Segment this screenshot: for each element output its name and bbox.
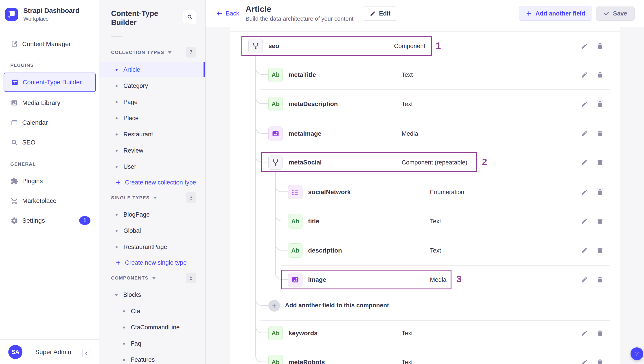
subnav-item-features[interactable]: Features bbox=[100, 352, 205, 364]
edit-label: Edit bbox=[379, 10, 390, 17]
chevron-down-icon[interactable] bbox=[152, 277, 156, 279]
trash-icon bbox=[596, 100, 604, 108]
delete-field-button[interactable] bbox=[595, 157, 605, 167]
delete-field-button[interactable] bbox=[595, 328, 605, 338]
chevron-left-icon bbox=[84, 351, 89, 356]
delete-field-button[interactable] bbox=[595, 216, 605, 226]
component-group-blocks[interactable]: Blocks bbox=[100, 287, 205, 302]
field-name: metaImage bbox=[288, 130, 321, 137]
sidebar-item-label: Marketplace bbox=[22, 197, 56, 205]
field-name: metaSocial bbox=[288, 159, 322, 166]
bullet-icon bbox=[123, 310, 125, 312]
subnav-section-collection-types[interactable]: COLLECTION TYPES bbox=[111, 47, 172, 58]
search-button[interactable] bbox=[183, 10, 197, 24]
subnav-item-global[interactable]: Global bbox=[100, 223, 205, 238]
subnav-section-single-types[interactable]: SINGLE TYPES bbox=[111, 193, 157, 203]
subnav-item-cta[interactable]: Cta bbox=[100, 304, 205, 319]
edit-field-button[interactable] bbox=[580, 129, 589, 139]
edit-field-button[interactable] bbox=[580, 99, 589, 109]
sidebar-item-content-type-builder[interactable]: Content-Type Builder bbox=[4, 73, 96, 92]
edit-field-button[interactable] bbox=[580, 187, 589, 197]
bullet-icon bbox=[116, 69, 118, 71]
bullet-icon bbox=[116, 133, 118, 135]
edit-field-button[interactable] bbox=[580, 246, 589, 255]
chevron-down-icon[interactable] bbox=[114, 294, 118, 296]
field-row-metarobots: AbmetaRobotsText bbox=[230, 347, 620, 364]
pencil-icon bbox=[581, 330, 588, 337]
subnav-item-place[interactable]: Place bbox=[100, 111, 205, 126]
field-type: Media bbox=[430, 276, 446, 283]
add-another-field-button[interactable]: Add another field bbox=[519, 7, 592, 21]
edit-field-button[interactable] bbox=[580, 70, 589, 80]
edit-field-button[interactable] bbox=[580, 157, 589, 167]
text-field-icon: Ab bbox=[268, 326, 283, 340]
field-type: Text bbox=[430, 218, 441, 225]
create-create-new-single-type-link[interactable]: Create new single type bbox=[116, 255, 187, 270]
field-type: Media bbox=[402, 130, 418, 137]
sidebar-item-media-library[interactable]: Media Library bbox=[4, 93, 96, 113]
subnav-item-category[interactable]: Category bbox=[100, 78, 205, 93]
subnav-item-review[interactable]: Review bbox=[100, 143, 205, 158]
component-field-icon bbox=[268, 155, 283, 170]
pencil-icon bbox=[581, 100, 588, 108]
edit-field-button[interactable] bbox=[580, 357, 589, 364]
delete-field-button[interactable] bbox=[595, 70, 605, 80]
save-button[interactable]: Save bbox=[596, 7, 634, 21]
subnav-item-faq[interactable]: Faq bbox=[100, 336, 205, 351]
add-field-to-component-button[interactable] bbox=[268, 300, 280, 312]
subnav-item-user[interactable]: User bbox=[100, 159, 205, 174]
delete-field-button[interactable] bbox=[595, 41, 605, 51]
edit-field-button[interactable] bbox=[580, 328, 589, 338]
field-row-title: AbtitleText bbox=[230, 207, 620, 236]
subnav-section-components[interactable]: COMPONENTS bbox=[111, 273, 156, 283]
edit-field-button[interactable] bbox=[580, 216, 589, 226]
delete-field-button[interactable] bbox=[595, 129, 605, 139]
delete-field-button[interactable] bbox=[595, 246, 605, 255]
subnav-item-restaurantpage[interactable]: RestaurantPage bbox=[100, 239, 205, 255]
sidebar-item-label: Content-Type Builder bbox=[23, 79, 82, 86]
subnav-item-label: Global bbox=[124, 227, 141, 234]
help-button[interactable]: ? bbox=[630, 347, 643, 360]
annotation-number-1: 1 bbox=[436, 41, 441, 51]
subnav-item-restaurant[interactable]: Restaurant bbox=[100, 127, 205, 142]
panel-title: Content-Type Builder bbox=[111, 9, 172, 27]
back-link[interactable]: Back bbox=[216, 10, 239, 17]
field-name: socialNetwork bbox=[308, 189, 351, 196]
field-type: Text bbox=[430, 247, 441, 254]
subnav-item-blogpage[interactable]: BlogPage bbox=[100, 207, 205, 222]
field-type: Component bbox=[394, 43, 426, 50]
trash-icon bbox=[596, 189, 604, 196]
subnav-item-page[interactable]: Page bbox=[100, 94, 205, 110]
text-field-icon: Ab bbox=[288, 243, 302, 258]
fields-card: seoComponentAbmetaTitleTextAbmetaDescrip… bbox=[230, 27, 620, 364]
subnav-item-article[interactable]: Article bbox=[100, 62, 205, 77]
media-library-icon bbox=[10, 99, 18, 107]
sidebar-item-plugins[interactable]: Plugins bbox=[4, 171, 96, 191]
field-row-socialnetwork: socialNetworkEnumeration bbox=[230, 177, 620, 207]
add-field-to-component-label[interactable]: Add another field to this component bbox=[285, 302, 389, 309]
delete-field-button[interactable] bbox=[595, 187, 605, 197]
pencil-icon bbox=[581, 43, 588, 50]
sidebar-item-marketplace[interactable]: Marketplace bbox=[4, 191, 96, 211]
delete-field-button[interactable] bbox=[595, 357, 605, 364]
delete-field-button[interactable] bbox=[595, 275, 605, 285]
user-footer: SA Super Admin bbox=[0, 339, 100, 364]
field-row-metadescription: AbmetaDescriptionText bbox=[230, 89, 620, 119]
chevron-down-icon[interactable] bbox=[153, 197, 157, 199]
edit-field-button[interactable] bbox=[580, 41, 589, 51]
app-window: Strapi Dashboard Workplace Content Manag… bbox=[0, 0, 644, 364]
media-field-icon bbox=[268, 126, 283, 141]
edit-button[interactable]: Edit bbox=[363, 7, 398, 21]
subnav-item-ctacommandline[interactable]: CtaCommandLine bbox=[100, 320, 205, 335]
chevron-down-icon[interactable] bbox=[168, 51, 172, 54]
create-create-new-collection-type-link[interactable]: Create new collection type bbox=[116, 175, 196, 190]
sidebar-item-calendar[interactable]: Calendar bbox=[4, 113, 96, 132]
back-label: Back bbox=[226, 10, 239, 17]
delete-field-button[interactable] bbox=[595, 99, 605, 109]
edit-field-button[interactable] bbox=[580, 275, 589, 285]
sidebar-item-content-manager[interactable]: Content Manager bbox=[4, 34, 96, 54]
sidebar-item-seo[interactable]: SEO bbox=[4, 133, 96, 152]
subnav-item-label: Category bbox=[124, 82, 148, 89]
avatar[interactable]: SA bbox=[8, 345, 22, 359]
collapse-sidebar-button[interactable] bbox=[82, 348, 90, 358]
